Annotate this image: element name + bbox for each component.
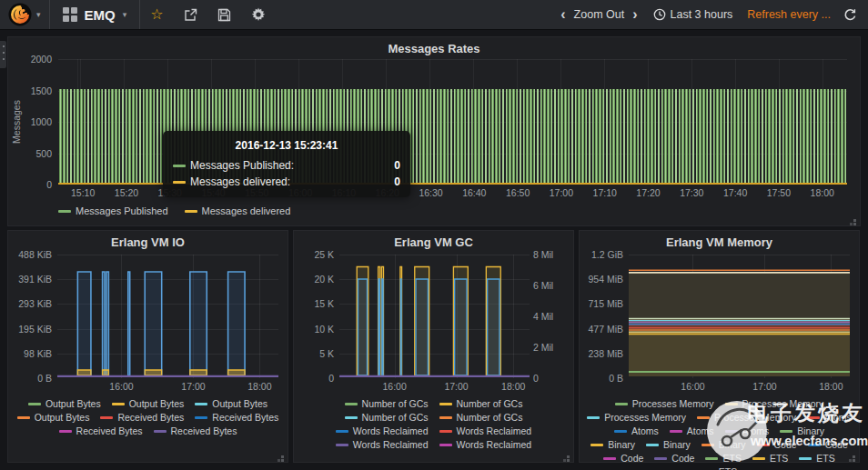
series-color-dash (725, 403, 738, 405)
io-chart: 488 KiB391 KiB293 KiB195 KiB98 KiB0 B (8, 255, 288, 378)
plot-area[interactable] (629, 255, 850, 378)
y-tick: 0 B (609, 373, 623, 384)
legend-item[interactable]: Received Bytes (100, 411, 184, 424)
y-tick: 20 K (314, 274, 334, 285)
legend-item[interactable]: Number of GCs (439, 411, 523, 424)
series-color-dash (646, 444, 659, 446)
tooltip-value: 0 (376, 175, 400, 188)
side-menu-toggle[interactable] (0, 41, 6, 68)
share-dashboard-button[interactable] (174, 0, 207, 29)
dashboard-picker[interactable]: EMQ ▾ (50, 0, 140, 29)
panel-resize-handle[interactable] (853, 455, 855, 458)
panel-resize-handle[interactable] (853, 219, 856, 222)
legend-item[interactable]: ETS (705, 452, 741, 465)
chevron-right-icon: › (632, 6, 637, 22)
legend-item[interactable]: Output Bytes (195, 397, 267, 410)
panel-title[interactable]: Messages Rates (8, 37, 860, 55)
grafana-logo-button[interactable]: ▾ (0, 0, 49, 29)
legend-item[interactable]: Atoms (807, 411, 852, 424)
star-dashboard-button[interactable]: ☆ (140, 0, 173, 29)
series-color-dash (439, 403, 452, 405)
time-range-picker[interactable]: Last 3 hours (646, 8, 741, 21)
legend-item[interactable]: Output Bytes (17, 411, 90, 424)
save-dashboard-button[interactable] (207, 0, 241, 29)
legend-item[interactable]: Messages Published (58, 205, 168, 216)
series-color-dash (439, 430, 452, 433)
panel-title[interactable]: Erlang VM Memory (580, 231, 859, 249)
chart-tooltip: 2016-12-13 15:23:41 Messages Published: … (163, 131, 410, 197)
legend-item[interactable]: Output Bytes (28, 397, 101, 410)
tooltip-timestamp: 2016-12-13 15:23:41 (173, 139, 400, 152)
share-icon (184, 8, 197, 22)
legend-label: ETS (816, 452, 834, 465)
series-color-dash (725, 430, 738, 433)
navbar-left: ▾ EMQ ▾ ☆ (0, 0, 276, 29)
x-tick: 18:00 (819, 381, 843, 392)
legend-label: Atoms (631, 425, 659, 437)
legend-item[interactable]: Binary (590, 438, 635, 451)
legend-item[interactable]: ETS (752, 452, 788, 465)
legend-item[interactable]: Code (808, 438, 848, 451)
legend-item[interactable]: Number of GCs (439, 397, 523, 410)
time-back-button[interactable]: ‹ (552, 7, 573, 22)
y-tick: 25 K (314, 249, 334, 260)
series-color-dash (345, 416, 358, 419)
series-color-dash (807, 416, 820, 419)
panel-resize-handle[interactable] (567, 455, 570, 458)
legend-item[interactable]: Binary (701, 438, 746, 451)
legend-item[interactable]: Words Reclaimed (336, 425, 429, 437)
x-tick: 18:00 (811, 187, 834, 199)
legend-item[interactable]: Atoms (725, 425, 770, 437)
panel-title[interactable]: Erlang VM IO (8, 231, 288, 249)
y-tick: 488 KiB (18, 249, 52, 260)
plot-area[interactable] (339, 255, 530, 378)
legend-item[interactable]: Words Reclaimed (336, 438, 429, 451)
y-tick: 293 KiB (18, 298, 52, 309)
legend-item[interactable]: Code (603, 452, 643, 465)
legend-item[interactable]: Messages delivered (185, 205, 291, 216)
legend-item[interactable]: ETS (799, 452, 834, 465)
legend-item[interactable]: Processes Memory (697, 411, 796, 424)
series-color-dash (757, 444, 770, 446)
y-tick: 391 KiB (18, 274, 52, 285)
legend-item[interactable]: Number of GCs (345, 411, 429, 424)
time-forward-button[interactable]: › (624, 7, 645, 22)
series-color-dash (336, 430, 348, 433)
legend-item[interactable]: Words Reclaimed (439, 438, 532, 451)
legend-item[interactable]: Processes Memory (587, 411, 686, 424)
x-tick: 17:20 (636, 187, 660, 199)
series-color-dash (590, 444, 603, 446)
legend-item[interactable]: Processes Memory (725, 397, 824, 410)
tooltip-label: Messages delivered: (190, 175, 290, 188)
series-color-dash (808, 444, 821, 446)
legend-label: Processes Memory (742, 397, 824, 410)
refresh-button[interactable] (838, 8, 857, 22)
panel-resize-handle[interactable] (281, 455, 284, 458)
series-color-dash (654, 457, 667, 460)
refresh-interval-picker[interactable]: Refresh every ... (740, 8, 838, 21)
legend-item[interactable]: Received Bytes (59, 425, 143, 437)
legend-item[interactable]: Processes Memory (615, 397, 714, 410)
legend-item[interactable]: Atoms (614, 425, 659, 437)
legend-item[interactable]: Atoms (670, 425, 714, 437)
legend-label: Messages delivered (202, 205, 291, 216)
legend-item[interactable]: Binary (646, 438, 691, 451)
y-tick: 0 (533, 373, 539, 384)
tooltip-value: 0 (376, 159, 400, 172)
y-tick: 1500 (31, 85, 52, 96)
dashboard-settings-button[interactable] (241, 0, 276, 29)
legend-item[interactable]: Number of GCs (345, 397, 429, 410)
legend-item[interactable]: Words Reclaimed (439, 425, 532, 437)
legend-item[interactable]: Binary (780, 425, 824, 437)
legend-item[interactable]: Code (757, 438, 797, 451)
legend-item[interactable]: Code (654, 452, 694, 465)
zoom-out-button[interactable]: Zoom Out (574, 8, 625, 21)
legend-item[interactable]: Output Bytes (112, 397, 185, 410)
y-tick: 477 MiB (588, 324, 623, 335)
legend-item[interactable]: Received Bytes (154, 425, 237, 437)
plot-area[interactable] (57, 255, 278, 378)
legend-item[interactable]: ETS (701, 465, 737, 470)
panel-title[interactable]: Erlang VM GC (294, 231, 573, 249)
legend-item[interactable]: Received Bytes (195, 411, 278, 424)
legend-label: Processes Memory (604, 411, 686, 424)
